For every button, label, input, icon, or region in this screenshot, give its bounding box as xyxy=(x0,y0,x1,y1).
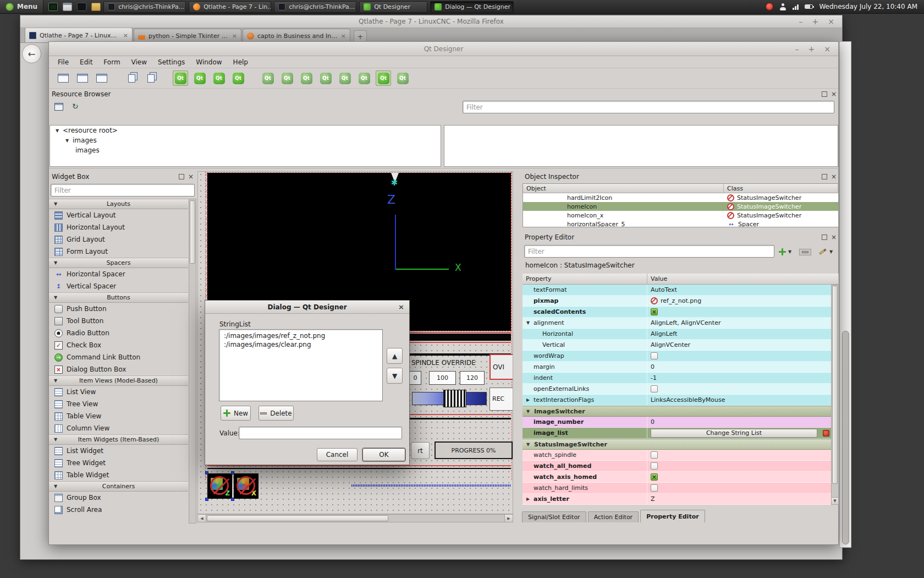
widget-vertical-spacer[interactable]: ↕Vertical Spacer xyxy=(49,280,188,292)
menu-window[interactable]: Window xyxy=(190,57,227,67)
tab-close-icon[interactable]: × xyxy=(341,32,346,40)
user-tray-icon[interactable] xyxy=(779,3,787,10)
tree-item-images-child[interactable]: images xyxy=(50,145,441,155)
cancel-button[interactable]: Cancel xyxy=(317,448,358,461)
checkbox-unchecked-icon[interactable] xyxy=(651,385,658,392)
collapse-icon[interactable]: ▼ xyxy=(53,437,58,442)
float-dock-icon[interactable] xyxy=(822,235,827,240)
section-statusimageswitcher[interactable]: ▼StatusImageSwitcher xyxy=(522,439,831,450)
property-row-watch-hard-limits[interactable]: watch_hard_limits xyxy=(522,483,831,494)
new-form-button[interactable] xyxy=(56,70,71,86)
widget-tree-view[interactable]: Tree View xyxy=(49,398,188,410)
checkbox-unchecked-icon[interactable] xyxy=(651,451,658,459)
checkbox-checked-icon[interactable]: × xyxy=(651,308,658,315)
copy-button[interactable] xyxy=(124,70,139,86)
collapse-icon[interactable]: ▼ xyxy=(53,201,58,206)
section-layouts[interactable]: ▼Layouts xyxy=(49,199,188,209)
widget-vertical-layout[interactable]: Vertical Layout xyxy=(49,209,188,221)
checkbox-unchecked-icon[interactable] xyxy=(651,352,658,359)
section-item-widgets[interactable]: ▼Item Widgets (Item-Based) xyxy=(49,434,188,445)
expand-icon[interactable]: ▼ xyxy=(525,320,531,325)
edit-widgets-button[interactable]: Qt xyxy=(173,70,188,86)
battery-tray-icon[interactable] xyxy=(805,4,813,9)
section-containers[interactable]: ▼Containers xyxy=(49,481,188,492)
property-value[interactable]: AlignLeft, AlignVCenter xyxy=(651,319,721,326)
resource-filter-input[interactable] xyxy=(463,101,834,113)
property-row-horizontal[interactable]: HorizontalAlignLeft xyxy=(522,329,831,340)
layout-vertical-button[interactable]: Qt xyxy=(279,70,295,86)
minimize-icon[interactable]: – xyxy=(799,17,803,26)
firefox-tab-2[interactable]: python - Simple Tkinter Togg... × xyxy=(134,29,241,42)
section-spacers[interactable]: ▼Spacers xyxy=(49,258,188,268)
adjust-size-button[interactable]: Qt xyxy=(395,70,410,86)
property-row-indent[interactable]: indent-1 xyxy=(522,373,831,384)
collapse-icon[interactable]: ▼ xyxy=(525,409,531,414)
layout-horizontal-button[interactable]: Qt xyxy=(260,70,276,86)
resource-preview-panel[interactable] xyxy=(444,125,838,167)
column-object[interactable]: Object xyxy=(523,184,724,193)
move-up-button[interactable]: ▲ xyxy=(387,348,403,364)
property-row-vertical[interactable]: VerticalAlignVCenter xyxy=(522,340,831,351)
configure-property-editor-button[interactable]: ▼ xyxy=(819,246,837,258)
layout-splitter-h-button[interactable]: Qt xyxy=(299,70,314,86)
list-item[interactable]: :/images/images/ref_z_not.png xyxy=(219,331,382,340)
property-row-watch-axis-homed[interactable]: watch_axis_homed× xyxy=(522,472,831,483)
tab-close-icon[interactable]: × xyxy=(123,32,128,39)
background-window-scrollbar[interactable] xyxy=(839,41,851,548)
property-editor-scrollbar[interactable]: ▼ xyxy=(831,285,839,505)
widget-command-link-button[interactable]: →Command Link Button xyxy=(49,351,188,363)
property-row-alignment[interactable]: ▼alignmentAlignLeft, AlignVCenter xyxy=(522,318,831,329)
widget-dialog-button-box[interactable]: ×Dialog Button Box xyxy=(49,363,188,375)
property-row-margin[interactable]: margin0 xyxy=(522,362,831,373)
collapse-icon[interactable]: ▼ xyxy=(53,378,58,383)
scrollbar-thumb[interactable] xyxy=(190,200,195,264)
menu-settings[interactable]: Settings xyxy=(152,57,190,67)
property-value[interactable]: AutoText xyxy=(651,286,677,293)
property-table-header[interactable]: Property Value xyxy=(522,274,839,285)
layout-form-button[interactable]: Qt xyxy=(337,70,353,86)
menu-button[interactable]: Menu xyxy=(0,0,43,13)
property-row-openexternallinks[interactable]: openExternalLinks xyxy=(522,384,831,395)
collapse-icon[interactable]: ▼ xyxy=(525,442,531,447)
property-value[interactable]: 0 xyxy=(651,363,654,370)
widget-grid-layout[interactable]: Grid Layout xyxy=(49,233,188,246)
widget-group-box[interactable]: Group Box xyxy=(49,492,188,504)
firefox-tab-3[interactable]: capto in Business and Indust... × xyxy=(243,29,350,42)
overrides-frame[interactable]: OVI xyxy=(490,354,513,380)
collapse-icon[interactable]: ▼ xyxy=(53,484,58,489)
widget-list-widget[interactable]: List Widget xyxy=(49,445,188,457)
tab-close-icon[interactable]: × xyxy=(232,32,237,40)
widget-check-box[interactable]: ✓Check Box xyxy=(49,339,188,351)
property-row-axis-letter[interactable]: ▶axis_letterZ xyxy=(522,494,831,505)
network-tray-icon[interactable] xyxy=(793,4,799,10)
edit-resources-icon[interactable] xyxy=(54,103,63,111)
move-down-button[interactable]: ▼ xyxy=(387,368,403,384)
selection-handle[interactable] xyxy=(205,498,208,501)
reset-property-icon[interactable] xyxy=(823,430,829,437)
widget-tool-button[interactable]: Tool Button xyxy=(49,315,188,327)
value-input[interactable] xyxy=(239,427,402,439)
column-value[interactable]: Value xyxy=(647,274,839,284)
property-row-watch-spindle[interactable]: watch_spindle xyxy=(522,450,831,461)
property-value[interactable]: ref_z_not.png xyxy=(661,297,701,304)
float-dock-icon[interactable] xyxy=(822,91,827,97)
property-row-scaledcontents[interactable]: scaledContents× xyxy=(522,307,831,318)
collapse-icon[interactable]: ▼ xyxy=(53,260,58,265)
property-filter-input[interactable] xyxy=(524,245,774,258)
tab-property-editor[interactable]: Property Editor xyxy=(640,510,705,522)
taskbar-item-terminal-1[interactable]: chris@chris-ThinkPa... xyxy=(103,1,186,13)
property-row-pixmap[interactable]: pixmapref_z_not.png xyxy=(522,296,831,307)
object-row-hardlimit2icon[interactable]: hardLimit2Icon StatusImageSwitcher xyxy=(523,193,838,202)
widget-radio-button[interactable]: Radio Button xyxy=(49,327,188,339)
section-buttons[interactable]: ▼Buttons xyxy=(49,292,188,303)
firefox-titlebar[interactable]: Qtlathe - Page 7 - LinuxCNC - Mozilla Fi… xyxy=(20,15,842,28)
taskbar-item-firefox[interactable]: Qtlathe - Page 7 - Lin... xyxy=(189,1,271,13)
property-value[interactable]: LinksAccessibleByMouse xyxy=(651,396,725,403)
layout-splitter-v-button[interactable]: Qt xyxy=(318,70,333,86)
close-icon[interactable]: × xyxy=(398,303,404,311)
property-row-watch-all-homed[interactable]: watch_all_homed xyxy=(522,461,831,472)
expand-icon[interactable]: ▼ xyxy=(64,138,70,143)
minimize-icon[interactable]: – xyxy=(795,45,799,53)
edit-buddies-button[interactable]: Qt xyxy=(211,70,227,86)
property-row-textformat[interactable]: textFormatAutoText xyxy=(522,285,831,296)
